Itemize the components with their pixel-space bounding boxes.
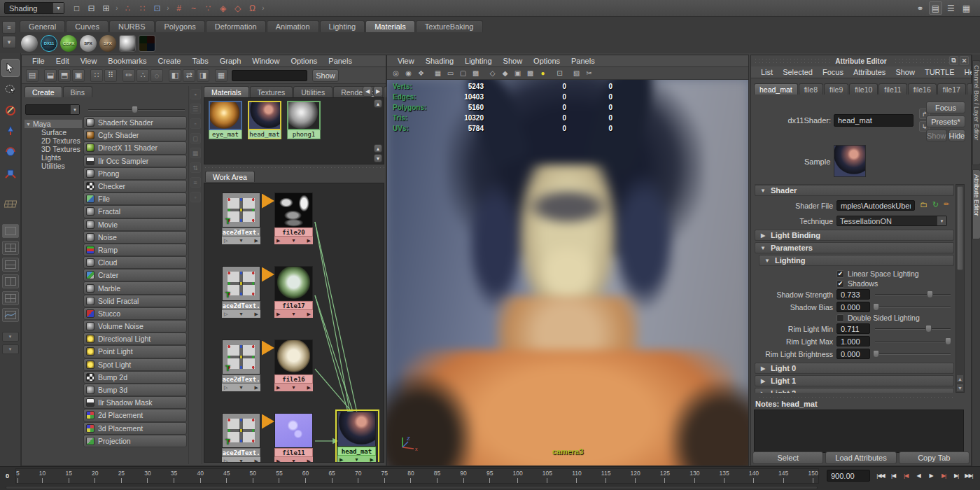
hypershade-menu-item[interactable]: Create [153,55,186,66]
attribute-editor-tab[interactable]: file17 [937,83,966,94]
attribute-editor-footer-button[interactable]: Copy Tab [899,451,969,464]
create-node-button[interactable]: 3d Placement [83,422,187,435]
attribute-editor-footer-button[interactable]: Select [752,451,823,464]
tree-item[interactable]: Surface [24,128,82,136]
graph-node-place2d-3[interactable]: T place2dText... ▷▼▶ [222,340,262,391]
hypershade-left-tab[interactable]: Bins [63,86,92,97]
use-all-lights-icon[interactable]: ● [537,68,549,78]
attribute-editor-menu-item[interactable]: Attributes [849,66,890,78]
tree-item[interactable]: ▼Maya [24,120,82,128]
focus-button[interactable]: Focus [926,102,965,113]
graph-node-file20[interactable]: file20 ▶▼▶ [274,192,314,244]
sep[interactable] [482,68,486,78]
create-node-button[interactable]: DirectX 11 Shader [83,141,187,154]
create-node-button[interactable]: Cloud [83,256,187,269]
rim-light-max-field[interactable] [836,336,870,346]
viewport-menu-item[interactable]: Options [528,55,565,66]
folder-icon[interactable]: 🗀︎ [920,200,927,209]
create-node-button[interactable]: Directional Light [83,332,187,345]
swatch-list-icon[interactable]: ☰ [190,104,201,114]
shelf-tab[interactable]: Curves [66,20,108,32]
outliner-persp-layout-button[interactable] [2,274,19,288]
viewport-menu-item[interactable]: Show [498,55,528,66]
cgfx-shader-shelf-icon[interactable]: CGFX [60,35,77,52]
double-sided-lighting-checkbox[interactable]: Double Sided Lighting [836,313,920,323]
filter-input[interactable] [232,70,307,81]
shelf-tab[interactable]: Polygons [155,20,205,32]
tree-item[interactable]: Utilities [24,162,82,170]
presets-button[interactable]: Presets* [926,115,965,127]
material-sample-shelf-icon[interactable] [119,35,136,52]
grid-toggle-icon[interactable]: ▦ [432,68,444,78]
tree-item[interactable]: Lights [24,153,82,162]
output-connections-icon[interactable]: ◨ [197,69,209,82]
hypershade-menu-item[interactable]: View [76,55,102,66]
light-binding-section-header[interactable]: ▶Light Binding [755,230,954,241]
current-time-field[interactable] [827,470,870,482]
scroll-down-icon[interactable]: ▼ [374,154,382,162]
reload-icon[interactable]: ↻ [932,200,939,209]
attribute-editor-tab[interactable]: file16 [908,83,937,94]
shadow-bias-field[interactable] [836,302,870,312]
step-forward-frame-button[interactable]: ▶| [951,469,962,482]
open-scene-icon[interactable]: ⊟ [85,1,98,15]
paint-select-tool-icon[interactable] [1,101,20,119]
create-node-button[interactable]: Projection [83,435,187,447]
sep[interactable] [40,69,43,82]
shelf-tab[interactable]: General [20,20,65,32]
checker-display-icon[interactable]: ▩ [524,68,536,78]
node-name-field[interactable] [834,114,913,127]
camera-select-icon[interactable]: ◎ [390,68,402,78]
attribute-editor-tab[interactable]: file9 [824,83,848,94]
textured-icon[interactable]: ▣ [512,68,524,78]
shadow-strength-slider[interactable] [875,292,951,298]
scale-tool-icon[interactable] [1,164,20,182]
hypershade-menu-item[interactable]: Options [286,55,322,66]
lasso-tool-icon[interactable] [1,80,20,98]
hypershade-persp-layout-button[interactable] [2,291,19,305]
browser-tab[interactable]: Textures [250,86,293,97]
work-area-tab[interactable]: Work Area [205,171,255,182]
material-swatch[interactable]: phong1 [287,101,322,139]
step-back-frame-button[interactable]: |◀ [888,469,899,482]
create-node-button[interactable]: Solid Fractal [83,295,187,307]
sep[interactable] [86,69,89,82]
shelf-tab[interactable]: Lighting [320,20,365,32]
create-node-button[interactable]: Stucco [83,307,187,320]
layout-bottom-only-icon[interactable]: ⬒ [58,69,71,82]
small-swatches-icon[interactable]: ∷ [90,69,103,82]
hypershade-menu-item[interactable]: Tabs [187,55,213,66]
create-node-button[interactable]: Marble [83,281,187,294]
sep[interactable] [164,69,167,82]
rim-light-min-field[interactable] [836,323,870,334]
create-node-button[interactable]: Ilr Shadow Mask [83,396,187,409]
xray-icon[interactable]: ▧ [570,68,582,78]
create-node-button[interactable]: Noise [83,231,187,244]
scroll-up-icon[interactable]: ▲ [374,99,382,108]
layout-split-icon[interactable]: ▣ [72,69,85,82]
material-swatch[interactable]: head_mat [248,101,283,139]
attribute-editor-menu-item[interactable]: Focus [818,66,848,78]
show-button[interactable]: Show [312,69,339,82]
magnet-icon[interactable]: Ω [246,1,259,15]
swatch-small-icon[interactable]: ▫ [190,118,201,129]
attribute-editor-vertical-tab[interactable]: Attribute Editor [972,169,980,239]
viewport-menu-item[interactable]: Shading [421,55,458,66]
create-node-button[interactable]: Ilr Occ Sampler [83,155,187,167]
select-hierarchy-icon[interactable]: ∴ [121,1,134,15]
attribute-scrollbar[interactable]: ▲ ▼ [955,184,965,393]
notes-area[interactable] [754,410,964,453]
light-section-header[interactable]: ▶Light 2 [755,388,954,393]
light-section-header[interactable]: ▶Light 0 [755,363,954,374]
menu-set-selector[interactable]: Shading ▾ [4,2,64,14]
technique-dropdown[interactable]: TessellationON ▾ [836,216,947,226]
rim-light-brightness-slider[interactable] [875,351,951,357]
camera-lock-icon[interactable]: ◉ [402,68,414,78]
sep[interactable] [566,68,570,78]
shadows-checkbox[interactable]: ✔Shadows [836,279,878,288]
shelf-menu-icon[interactable]: ≡ [2,21,16,34]
graph-editor-layout-button[interactable] [2,308,19,322]
snap-curve-icon[interactable]: ~ [187,1,200,15]
wireframe-icon[interactable]: ◇ [486,68,498,78]
browser-tab[interactable]: Utilities [293,86,332,97]
